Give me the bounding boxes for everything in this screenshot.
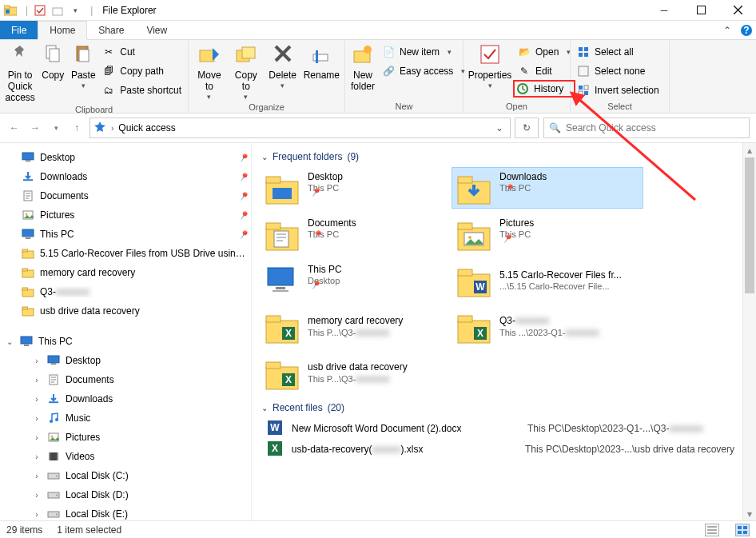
tile-memory-card-recovery[interactable]: Xmemory card recoveryThis P...\Q3-xxxxxx… xyxy=(260,306,452,348)
svg-rect-77 xyxy=(268,268,293,285)
help-icon[interactable]: ? xyxy=(737,21,756,39)
tile-5-15-carlo-recover-files[interactable]: W5.15 Carlo-Recover Files fr......\5.15 … xyxy=(452,260,643,301)
sidebar-item-downloads[interactable]: Downloads📍 xyxy=(0,167,251,186)
sidebar-item-pictures[interactable]: ›Pictures xyxy=(0,428,251,447)
tile-q3-[interactable]: XQ3-xxxxxxxThis ...\2023-Q1-xxxxxxx xyxy=(452,306,643,348)
cut-button[interactable]: ✂Cut xyxy=(99,43,185,61)
rename-button[interactable]: Rename xyxy=(302,42,341,82)
svg-rect-36 xyxy=(22,229,34,237)
tile-this-pc[interactable]: This PCDesktop📍 xyxy=(260,260,452,301)
vertical-scrollbar[interactable]: ▴ ▾ xyxy=(742,143,756,520)
sidebar-item-desktop[interactable]: ›Desktop xyxy=(0,351,251,370)
nav-row: ← → ▾ ↑ › Quick access ⌄ ↻ 🔍 Search Quic… xyxy=(0,114,756,142)
maximize-button[interactable] xyxy=(682,0,719,21)
open-button[interactable]: 📂Open▾ xyxy=(515,43,574,61)
sidebar-item-local-disk-d-[interactable]: ›Local Disk (D:) xyxy=(0,485,251,504)
svg-text:W: W xyxy=(475,281,485,293)
invert-selection-button[interactable]: Invert selection xyxy=(574,82,662,99)
sidebar-item-documents[interactable]: ›Documents xyxy=(0,370,251,389)
sidebar-item-pictures[interactable]: Pictures📍 xyxy=(0,205,251,225)
minimize-button[interactable]: ─ xyxy=(646,0,682,21)
sidebar-item-local-disk-c-[interactable]: ›Local Disk (C:) xyxy=(0,466,251,485)
tile-downloads[interactable]: DownloadsThis PC📍 xyxy=(452,167,643,209)
breadcrumb[interactable]: Quick access xyxy=(118,122,175,134)
close-button[interactable] xyxy=(719,0,756,21)
chevron-down-icon: ⌄ xyxy=(261,404,268,412)
sidebar-item-music[interactable]: ›Music xyxy=(0,408,251,428)
svg-rect-43 xyxy=(22,288,27,290)
new-folder-icon xyxy=(350,43,376,69)
easy-access-button[interactable]: 🔗Easy access▾ xyxy=(379,62,468,80)
new-item-button[interactable]: 📄New item▾ xyxy=(379,43,468,61)
svg-point-52 xyxy=(50,420,53,423)
edit-button[interactable]: ✎Edit xyxy=(515,62,574,80)
paste-shortcut-button[interactable]: 🗂Paste shortcut xyxy=(99,82,185,99)
qat-customize-icon[interactable]: ▾ xyxy=(68,3,82,18)
collapse-ribbon-icon[interactable]: ⌃ xyxy=(718,21,737,39)
content-pane[interactable]: ⌄ Frequent folders (9) DesktopThis PC📍Do… xyxy=(252,143,742,520)
details-view-button[interactable] xyxy=(705,524,719,536)
sidebar-item-memory-card-recovery[interactable]: memory card recovery xyxy=(0,263,251,282)
pictures-icon xyxy=(46,430,61,444)
navigation-pane[interactable]: Desktop📍Downloads📍Documents📍Pictures📍Thi… xyxy=(0,143,252,520)
forward-button[interactable]: → xyxy=(27,120,43,136)
desktop-icon xyxy=(21,150,35,165)
folder-icon xyxy=(21,246,35,261)
tile-pictures[interactable]: PicturesThis PC📍 xyxy=(452,213,643,255)
select-none-button[interactable]: Select none xyxy=(574,62,662,80)
sidebar-item-q3-[interactable]: Q3-xxxxxxx xyxy=(0,282,251,301)
properties-button[interactable]: Properties▾ xyxy=(467,42,513,90)
svg-rect-26 xyxy=(579,86,583,90)
recent-locations-button[interactable]: ▾ xyxy=(48,120,64,136)
recent-file[interactable]: WNew Microsoft Word Document (2).docxThi… xyxy=(260,418,734,439)
folder-excel-icon: X xyxy=(265,356,300,391)
sidebar-item-this-pc[interactable]: This PC📍 xyxy=(0,225,251,244)
copy-button[interactable]: Copy xyxy=(38,42,67,82)
sidebar-item-usb-drive-data-recovery[interactable]: usb drive data recovery xyxy=(0,301,251,321)
pin-to-quick-access-button[interactable]: Pin to Quick access xyxy=(3,42,37,103)
sidebar-item-documents[interactable]: Documents📍 xyxy=(0,186,251,205)
group-clipboard: Pin to Quick access Copy Paste▾ ✂Cut 🗐Co… xyxy=(0,40,189,113)
downloads-folder-icon xyxy=(456,170,491,205)
refresh-button[interactable]: ↻ xyxy=(515,118,539,138)
tab-share[interactable]: Share xyxy=(87,21,135,39)
tile-documents[interactable]: DocumentsThis PC📍 xyxy=(260,213,452,255)
svg-rect-74 xyxy=(458,223,472,229)
svg-rect-19 xyxy=(481,46,499,63)
tile-usb-drive-data-recovery[interactable]: Xusb drive data recoveryThis P...\Q3-xxx… xyxy=(260,353,452,394)
delete-button[interactable]: Delete▾ xyxy=(265,42,300,90)
videos-icon xyxy=(46,449,61,464)
tree-this-pc[interactable]: ⌄ This PC xyxy=(0,332,251,351)
music-icon xyxy=(46,411,61,425)
sidebar-item-5-15-carlo-recover-files[interactable]: 5.15 Carlo-Recover Files from USB Drive … xyxy=(0,244,251,263)
copy-path-button[interactable]: 🗐Copy path xyxy=(99,62,185,80)
new-folder-button[interactable]: New folder xyxy=(348,42,377,93)
tab-file[interactable]: File xyxy=(0,21,38,39)
svg-point-64 xyxy=(56,514,58,516)
up-button[interactable]: ↑ xyxy=(69,120,85,136)
qat-properties-icon[interactable] xyxy=(33,3,47,18)
tab-view[interactable]: View xyxy=(135,21,178,39)
tile-desktop[interactable]: DesktopThis PC📍 xyxy=(260,167,452,209)
sidebar-item-videos[interactable]: ›Videos xyxy=(0,447,251,466)
group-header-recent[interactable]: ⌄ Recent files (20) xyxy=(260,394,734,418)
address-dropdown-icon[interactable]: ⌄ xyxy=(495,122,507,134)
tiles-view-button[interactable] xyxy=(735,524,750,536)
tab-home[interactable]: Home xyxy=(38,21,87,40)
sidebar-item-local-disk-e-[interactable]: ›Local Disk (E:) xyxy=(0,504,251,520)
pictures-icon xyxy=(21,208,35,222)
paste-button[interactable]: Paste▾ xyxy=(69,42,97,90)
chevron-down-icon: ⌄ xyxy=(261,153,268,161)
sidebar-item-desktop[interactable]: Desktop📍 xyxy=(0,148,251,167)
group-header-frequent[interactable]: ⌄ Frequent folders (9) xyxy=(260,143,734,167)
address-bar[interactable]: › Quick access ⌄ xyxy=(90,118,511,138)
select-all-button[interactable]: Select all xyxy=(574,43,662,61)
copy-to-button[interactable]: Copy to▾ xyxy=(229,42,264,101)
move-to-button[interactable]: Move to▾ xyxy=(192,42,227,101)
qat-new-folder-icon[interactable] xyxy=(50,3,65,18)
recent-file[interactable]: Xusb-data-recovery(xxxxxx).xlsxThis PC\D… xyxy=(260,439,734,460)
search-box[interactable]: 🔍 Search Quick access xyxy=(543,118,750,138)
sidebar-item-downloads[interactable]: ›Downloads xyxy=(0,389,251,408)
history-button[interactable]: History xyxy=(513,80,575,98)
back-button[interactable]: ← xyxy=(6,120,22,136)
